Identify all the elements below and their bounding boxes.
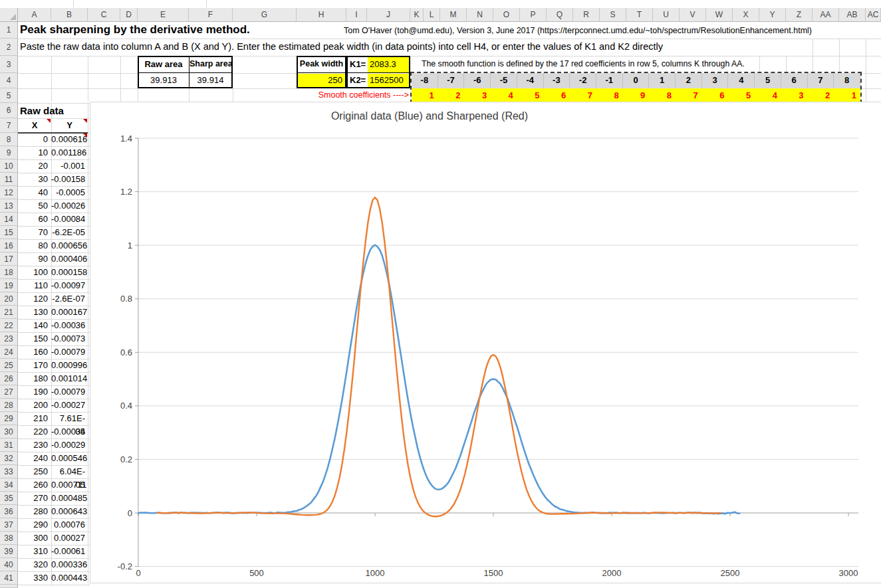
column-header-U[interactable]: U (653, 8, 680, 22)
cell-x-60[interactable]: 60 (18, 213, 48, 226)
column-header-R[interactable]: R (573, 8, 600, 22)
cell-x-190[interactable]: 190 (18, 385, 48, 399)
cell-y-100[interactable]: 0.000158 (51, 266, 85, 279)
sheet-title[interactable]: Peak sharpening by the derivative method… (20, 23, 250, 37)
coeff-value-cell[interactable]: 5 (728, 88, 755, 103)
cell-y-230[interactable]: -0.00029 (51, 439, 85, 452)
coeff-index-cell[interactable]: 6 (781, 73, 808, 88)
cell-y-20[interactable]: -0.001 (51, 159, 85, 173)
cell-y-150[interactable]: -0.00073 (51, 332, 85, 345)
coeff-value-cell[interactable]: 7 (676, 88, 702, 103)
coeff-value-cell[interactable]: 7 (570, 88, 596, 103)
cell-y-160[interactable]: -0.00079 (51, 345, 85, 359)
cell-x-210[interactable]: 210 (18, 412, 48, 425)
cell-y-280[interactable]: 0.000643 (51, 505, 85, 518)
row-header-27[interactable]: 27 (0, 385, 18, 399)
cell-y-300[interactable]: 0.00027 (51, 532, 85, 545)
row-header-41[interactable]: 41 (0, 571, 18, 585)
column-header-E[interactable]: E (138, 8, 189, 22)
column-header-X[interactable]: X (733, 8, 759, 22)
row-header-2[interactable]: 2 (0, 39, 18, 56)
cell-y-60[interactable]: -0.00084 (51, 213, 85, 226)
coeff-index-cell[interactable]: -2 (570, 73, 596, 88)
coeff-value-cell[interactable]: 2 (808, 88, 834, 103)
cell-y-10[interactable]: 0.001186 (51, 146, 85, 159)
row-header-33[interactable]: 33 (0, 465, 18, 478)
coeff-index-cell[interactable]: 3 (702, 73, 729, 88)
cell-x-90[interactable]: 90 (18, 252, 48, 266)
sharp-area-value[interactable]: 39.914 (189, 75, 231, 85)
column-header-AB[interactable]: AB (839, 8, 866, 22)
row-header-25[interactable]: 25 (0, 359, 18, 372)
column-header-AC[interactable]: AC (866, 8, 881, 22)
cell-x-20[interactable]: 20 (18, 159, 48, 173)
cell-y-80[interactable]: 0.000656 (51, 239, 85, 252)
raw-area-value[interactable]: 39.913 (139, 75, 188, 85)
cell-y-240[interactable]: 0.000546 (51, 452, 85, 465)
cell-y-290[interactable]: 0.00076 (51, 518, 85, 532)
coeff-index-cell[interactable]: -1 (596, 73, 623, 88)
row-header-24[interactable]: 24 (0, 345, 18, 359)
row-header-1[interactable]: 1 (0, 22, 18, 39)
column-header-AA[interactable]: AA (813, 8, 839, 22)
cell-y-180[interactable]: 0.001014 (51, 372, 85, 385)
cell-x-300[interactable]: 300 (18, 532, 48, 545)
column-header-T[interactable]: T (626, 8, 653, 22)
column-header-P[interactable]: P (520, 8, 547, 22)
column-header-H[interactable]: H (297, 8, 346, 22)
row-header-6[interactable]: 6 (0, 103, 18, 118)
row-header-21[interactable]: 21 (0, 306, 18, 319)
coeff-value-cell[interactable]: 2 (438, 88, 465, 103)
coeff-value-cell[interactable]: 9 (623, 88, 650, 103)
column-header-Z[interactable]: Z (786, 8, 813, 22)
column-header-Q[interactable]: Q (547, 8, 573, 22)
column-header-A[interactable]: A (18, 8, 51, 22)
instructions[interactable]: Paste the raw data into column A and B (… (20, 41, 663, 52)
column-header-G[interactable]: G (233, 8, 297, 22)
cell-y-220[interactable]: -0.00034 (51, 425, 85, 439)
cell-y-140[interactable]: -0.00036 (51, 319, 85, 332)
cell-x-50[interactable]: 50 (18, 199, 48, 213)
row-header-14[interactable]: 14 (0, 213, 18, 226)
peak-width-label[interactable]: Peak width (298, 59, 345, 68)
row-header-20[interactable]: 20 (0, 292, 18, 306)
row-header-7[interactable]: 7 (0, 118, 18, 133)
cell-y-190[interactable]: -0.00079 (51, 385, 85, 399)
coeff-value-cell[interactable]: 1 (412, 88, 438, 103)
row-header-23[interactable]: 23 (0, 332, 18, 345)
smooth-note[interactable]: The smooth function is defined by the 17… (422, 59, 745, 68)
cell-x-200[interactable]: 200 (18, 399, 48, 412)
row-header-19[interactable]: 19 (0, 279, 18, 292)
column-header-N[interactable]: N (467, 8, 493, 22)
row-header-11[interactable]: 11 (0, 173, 18, 186)
row-header-31[interactable]: 31 (0, 439, 18, 452)
coeff-index-cell[interactable]: -3 (544, 73, 570, 88)
cell-x-0[interactable]: 0 (18, 133, 48, 146)
column-header-L[interactable]: L (424, 8, 440, 22)
row-header-26[interactable]: 26 (0, 372, 18, 385)
coeff-value-cell[interactable]: 1 (834, 88, 860, 103)
cell-x-230[interactable]: 230 (18, 439, 48, 452)
cell-x-160[interactable]: 160 (18, 345, 48, 359)
coeff-value-cell[interactable]: 6 (702, 88, 729, 103)
row-header-16[interactable]: 16 (0, 239, 18, 252)
k2-value[interactable]: 1562500 (370, 75, 404, 85)
row-header-10[interactable]: 10 (0, 159, 18, 173)
cell-x-120[interactable]: 120 (18, 292, 48, 306)
cell-x-10[interactable]: 10 (18, 146, 48, 159)
column-header-F[interactable]: F (189, 8, 233, 22)
column-header-W[interactable]: W (706, 8, 733, 22)
coeff-value-cell[interactable]: 4 (755, 88, 781, 103)
cell-y-330[interactable]: 0.000443 (51, 571, 85, 585)
cell-x-330[interactable]: 330 (18, 571, 48, 585)
row-header-39[interactable]: 39 (0, 545, 18, 558)
row-header-34[interactable]: 34 (0, 478, 18, 492)
cell-x-170[interactable]: 170 (18, 359, 48, 372)
cell-y-90[interactable]: 0.000406 (51, 252, 85, 266)
select-all-corner[interactable] (0, 8, 18, 22)
row-header-42-partial[interactable] (0, 585, 18, 588)
coeff-value-cell[interactable]: 4 (491, 88, 517, 103)
cell-x-140[interactable]: 140 (18, 319, 48, 332)
cell-y-270[interactable]: 0.000485 (51, 492, 85, 505)
chart-object[interactable]: Original data (Blue) and Sharpened (Red)… (90, 102, 881, 583)
